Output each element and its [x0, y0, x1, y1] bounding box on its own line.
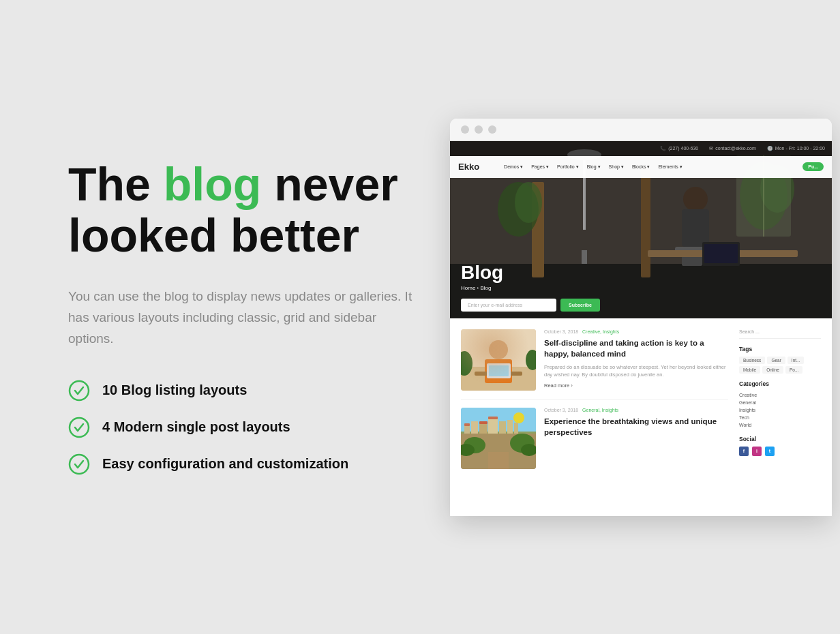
svg-rect-7	[641, 168, 650, 277]
category-general[interactable]: General	[739, 399, 821, 406]
tag-po[interactable]: Po...	[785, 366, 802, 374]
svg-rect-28	[475, 372, 522, 376]
feature-text-1: 10 Blog listing layouts	[102, 382, 247, 398]
tag-online[interactable]: Online	[762, 366, 783, 374]
post-thumbnail-1	[461, 329, 536, 391]
svg-point-12	[683, 187, 708, 211]
post-title-2: Experience the breathtaking views and un…	[544, 416, 728, 438]
headline-part1: The	[68, 158, 164, 210]
svg-point-34	[513, 412, 524, 423]
browser-window: 📞 (227) 400-630 ✉ contact@ekko.com 🕐 Mon…	[450, 119, 832, 516]
svg-rect-13	[682, 209, 709, 247]
svg-rect-23	[582, 250, 587, 264]
tag-gear[interactable]: Gear	[767, 357, 785, 364]
svg-rect-36	[464, 425, 470, 435]
feature-text-3: Easy configuration and customization	[102, 456, 348, 472]
tag-mobile[interactable]: Mobile	[739, 366, 760, 374]
email-input[interactable]: Enter your e-mail address	[461, 299, 556, 312]
site-navbar: Ekko Demos ▾ Pages ▾ Portfolio ▾ Blog ▾ …	[450, 156, 832, 178]
tag-group: Business Gear Int... Mobile Online Po...	[739, 357, 821, 374]
city-thumb-svg	[461, 408, 536, 469]
svg-point-31	[461, 351, 472, 376]
headline-green: blog	[164, 158, 262, 210]
feature-item-1: 10 Blog listing layouts	[68, 380, 450, 402]
blog-post-card-2: October 3, 2018 General, Insights Experi…	[461, 408, 728, 477]
social-twitter[interactable]: t	[765, 447, 775, 456]
sidebar-social-title: Social	[739, 436, 821, 442]
svg-point-26	[489, 340, 508, 359]
features-list: 10 Blog listing layouts 4 Modern single …	[68, 380, 450, 475]
sidebar-search[interactable]: Search ...	[739, 329, 821, 339]
svg-rect-18	[704, 244, 738, 263]
social-facebook[interactable]: f	[739, 447, 749, 456]
svg-point-9	[515, 182, 542, 223]
topbar-email: ✉ contact@ekko.com	[709, 146, 756, 151]
post-excerpt-1: Prepared do an dissuade be so whatever s…	[544, 363, 728, 379]
tag-business[interactable]: Business	[739, 357, 765, 364]
category-tech[interactable]: Tech	[739, 414, 821, 421]
svg-rect-42	[514, 423, 518, 435]
blog-content-section: October 3, 2018 Creative, Insights Self-…	[450, 318, 832, 516]
category-world[interactable]: World	[739, 421, 821, 429]
feature-text-2: 4 Modern single post layouts	[102, 419, 290, 435]
description: You can use the blog to display news upd…	[68, 286, 423, 350]
left-panel: The blog never looked better You can use…	[68, 159, 450, 475]
svg-rect-24	[461, 329, 536, 391]
blog-header-section: 📞 (227) 400-630 ✉ contact@ekko.com 🕐 Mon…	[450, 141, 832, 318]
svg-rect-37	[471, 421, 478, 435]
nav-blocks[interactable]: Blocks ▾	[632, 164, 650, 170]
headline-part2: never	[261, 158, 397, 210]
svg-point-0	[70, 381, 89, 400]
post-thumb-city-image	[461, 408, 536, 469]
nav-cta-button[interactable]: Pu...	[802, 162, 824, 171]
category-insights[interactable]: Insights	[739, 406, 821, 414]
feature-item-2: 4 Modern single post layouts	[68, 417, 450, 438]
blog-page-title: Blog	[461, 263, 503, 282]
headline-line2: looked better	[68, 209, 359, 261]
category-creative[interactable]: Creative	[739, 391, 821, 399]
svg-rect-27	[485, 359, 512, 383]
nav-elements[interactable]: Elements ▾	[658, 164, 682, 170]
blog-posts: October 3, 2018 Creative, Insights Self-…	[461, 329, 728, 505]
subscribe-button[interactable]: Subscribe	[560, 299, 600, 312]
social-icons: f i t	[739, 447, 821, 456]
svg-point-32	[526, 350, 536, 370]
svg-point-2	[70, 455, 89, 474]
nav-pages[interactable]: Pages ▾	[531, 164, 549, 170]
sidebar-tags-title: Tags	[739, 346, 821, 352]
nav-logo: Ekko	[458, 162, 479, 172]
browser-dot-yellow	[475, 125, 483, 134]
svg-rect-45	[488, 417, 498, 419]
topbar-phone: 📞 (227) 400-630	[660, 146, 698, 151]
tag-int[interactable]: Int...	[787, 357, 805, 364]
feature-item-3: Easy configuration and customization	[68, 453, 450, 475]
category-list: Creative General Insights Tech World	[739, 391, 821, 429]
topbar-hours: 🕐 Mon - Fri: 10:00 - 22:00	[767, 146, 825, 151]
social-instagram[interactable]: i	[752, 447, 762, 456]
svg-rect-39	[488, 418, 498, 435]
email-subscribe: Enter your e-mail address Subscribe	[461, 299, 600, 312]
svg-rect-25	[461, 367, 536, 391]
post-thumbnail-2	[461, 408, 536, 469]
svg-rect-44	[479, 421, 487, 424]
blog-breadcrumb: Home › Blog	[461, 285, 503, 291]
check-icon-1	[68, 380, 90, 402]
nav-blog[interactable]: Blog ▾	[587, 164, 601, 170]
check-icon-3	[68, 453, 90, 475]
headline: The blog never looked better	[68, 159, 450, 261]
post-content-1: October 3, 2018 Creative, Insights Self-…	[544, 329, 728, 391]
nav-portfolio[interactable]: Portfolio ▾	[557, 164, 579, 170]
post-meta-2: October 3, 2018 General, Insights	[544, 408, 728, 412]
blog-sidebar: Search ... Tags Business Gear Int... Mob…	[739, 329, 821, 505]
browser-titlebar	[450, 119, 832, 141]
read-more-1[interactable]: Read more ›	[544, 382, 728, 389]
nav-shop[interactable]: Shop ▾	[609, 164, 624, 170]
nav-demos[interactable]: Demos ▾	[504, 164, 523, 170]
nav-items: Demos ▾ Pages ▾ Portfolio ▾ Blog ▾ Shop …	[504, 164, 682, 170]
svg-rect-29	[487, 363, 511, 378]
svg-point-1	[70, 418, 89, 437]
post-meta-1: October 3, 2018 Creative, Insights	[544, 329, 728, 334]
browser-dot-red	[461, 125, 469, 134]
svg-rect-43	[464, 423, 470, 426]
svg-rect-30	[489, 365, 509, 376]
